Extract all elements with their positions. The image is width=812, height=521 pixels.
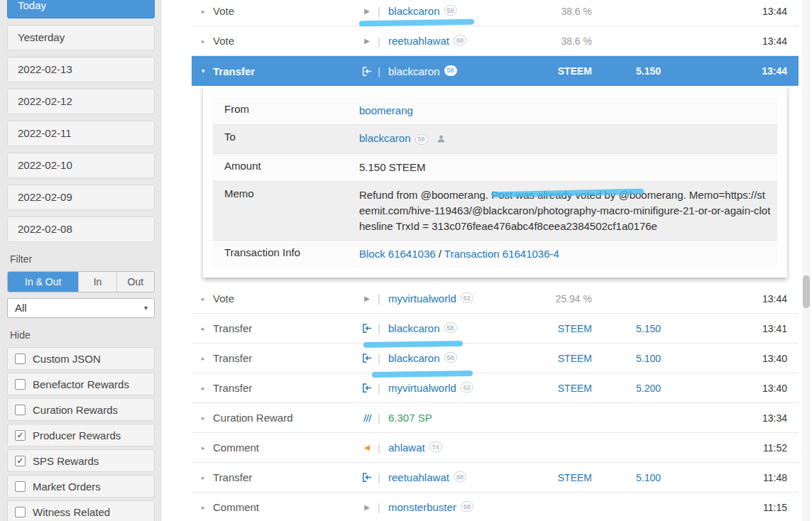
operations-list: Vote | blackcaron58 38.6 % 13:44 Vote | … <box>192 0 799 521</box>
separator: | <box>375 501 383 513</box>
detail-label: From <box>213 97 359 124</box>
scrollbar-thumb[interactable] <box>803 275 810 308</box>
filter-out-button[interactable]: Out <box>117 272 154 292</box>
block-link[interactable]: Block 61641036 <box>359 248 436 260</box>
detail-row-from: From boomerang <box>213 97 777 125</box>
detail-row-transaction-info: Transaction Info Block 61641036 / Transa… <box>213 241 777 268</box>
expand-caret-icon[interactable] <box>202 444 213 451</box>
checkbox-label: Producer Rewards <box>33 429 121 442</box>
separator: | <box>375 35 383 47</box>
operation-row[interactable]: Vote | blackcaron58 38.6 % 13:44 <box>192 0 799 26</box>
operation-row[interactable]: Vote | reetuahlawat68 38.6 % 13:44 <box>192 26 799 56</box>
operation-row[interactable]: Vote | myvirtualworld62 25.94 % 13:44 <box>192 284 799 314</box>
expand-caret-icon[interactable] <box>202 8 213 15</box>
amount-value[interactable]: 5.150 <box>592 65 661 77</box>
separator: | <box>375 292 383 305</box>
vote-percent: 38.6 % <box>539 6 592 17</box>
user-link[interactable]: blackcaron <box>388 352 440 364</box>
operation-row-expanded[interactable]: Transfer | blackcaron58 STEEM 5.150 13:4… <box>192 56 799 86</box>
operation-row[interactable]: Transfer | reetuahlawat68 STEEM 5.100 11… <box>192 463 799 493</box>
token-symbol[interactable]: STEEM <box>539 323 592 334</box>
operation-row[interactable]: Comment | monsterbuster68 11:15 <box>192 493 799 521</box>
hide-option-curation-rewards[interactable]: Curation Rewards <box>7 398 155 421</box>
token-symbol[interactable]: STEEM <box>539 383 592 394</box>
checkbox-icon[interactable] <box>15 379 26 390</box>
sidebar-date-item[interactable]: 2022-02-08 <box>7 216 155 242</box>
amount-value[interactable]: 5.150 <box>592 323 661 334</box>
token-symbol[interactable]: STEEM <box>539 472 592 483</box>
expand-caret-icon[interactable] <box>202 355 213 362</box>
expand-caret-icon[interactable] <box>202 504 213 511</box>
user-link[interactable]: blackcaron <box>388 322 440 334</box>
separator: | <box>375 5 383 17</box>
expand-caret-icon[interactable] <box>202 38 213 45</box>
sidebar-date-yesterday[interactable]: Yesterday <box>7 25 155 50</box>
checkbox-icon[interactable] <box>15 405 26 415</box>
operation-row[interactable]: Transfer | myvirtualworld62 STEEM 5.200 … <box>192 373 799 403</box>
operation-row[interactable]: Transfer | blackcaron58 STEEM 5.100 13:4… <box>192 344 799 373</box>
transaction-link[interactable]: Transaction 61641036-4 <box>444 248 559 260</box>
separator: | <box>375 442 383 454</box>
collapse-caret-icon[interactable] <box>202 67 213 75</box>
checkbox-label: Market Orders <box>33 481 101 493</box>
operation-row[interactable]: Transfer | blackcaron58 STEEM 5.150 13:4… <box>192 314 799 344</box>
operation-type-dropdown[interactable]: All <box>7 298 155 318</box>
operation-type: Vote <box>213 35 358 47</box>
user-link[interactable]: blackcaron <box>388 65 440 77</box>
expand-caret-icon[interactable] <box>202 415 213 422</box>
to-user-link[interactable]: blackcaron <box>359 132 411 144</box>
reputation-badge: 58 <box>444 65 457 76</box>
checkbox-icon[interactable] <box>15 507 26 517</box>
sidebar-date-item[interactable]: 2022-02-10 <box>7 153 155 178</box>
user-link[interactable]: monsterbuster <box>388 501 456 513</box>
operation-time: 13:44 <box>661 293 799 305</box>
separator: | <box>375 322 383 334</box>
expand-caret-icon[interactable] <box>202 295 213 302</box>
from-user-link[interactable]: boomerang <box>359 104 413 116</box>
amount-value[interactable]: 5.100 <box>592 472 661 483</box>
hide-option-witness-related[interactable]: Witness Related <box>7 500 155 521</box>
expand-caret-icon[interactable] <box>202 325 213 332</box>
reward-amount-link[interactable]: 6.307 SP <box>388 412 432 424</box>
detail-row-to: To blackcaron58 <box>213 125 777 154</box>
operation-type: Transfer <box>213 352 358 364</box>
transfer-in-icon <box>358 472 375 483</box>
token-symbol[interactable]: STEEM <box>539 353 592 364</box>
filter-in-and-out-button[interactable]: In & Out <box>8 272 79 292</box>
checkbox-checked-icon[interactable] <box>15 430 26 441</box>
sidebar-date-item[interactable]: 2022-02-09 <box>7 185 155 210</box>
user-link[interactable]: myvirtualworld <box>388 382 456 394</box>
amount-value[interactable]: 5.200 <box>592 383 661 394</box>
user-link[interactable]: blackcaron <box>388 5 440 17</box>
sidebar-date-item[interactable]: 2022-02-13 <box>7 57 155 82</box>
reputation-badge: 68 <box>454 471 466 482</box>
person-icon[interactable] <box>437 132 446 148</box>
user-link[interactable]: ahlawat <box>388 442 425 454</box>
operation-row[interactable]: Curation Reward | 6.307 SP 13:34 <box>192 403 799 433</box>
operation-row[interactable]: Comment | ahlawat74 11:52 <box>192 433 799 463</box>
operation-type: Comment <box>213 501 358 513</box>
checkbox-icon[interactable] <box>15 481 26 492</box>
user-link[interactable]: myvirtualworld <box>388 292 456 305</box>
checkbox-icon[interactable] <box>15 353 26 364</box>
checkbox-label: SPS Rewards <box>33 455 99 467</box>
hide-option-custom-json[interactable]: Custom JSON <box>7 347 155 370</box>
expand-caret-icon[interactable] <box>202 474 213 481</box>
user-link[interactable]: reetuahlawat <box>388 35 449 47</box>
token-symbol[interactable]: STEEM <box>539 65 592 77</box>
amount-value[interactable]: 5.100 <box>592 353 661 364</box>
operation-time: 11:48 <box>661 472 799 483</box>
user-link[interactable]: reetuahlawat <box>388 471 449 483</box>
sidebar-date-item[interactable]: 2022-02-12 <box>7 89 155 114</box>
expand-caret-icon[interactable] <box>202 385 213 392</box>
checkbox-checked-icon[interactable] <box>15 456 26 466</box>
scrollbar-track[interactable] <box>802 0 811 521</box>
hide-option-sps-rewards[interactable]: SPS Rewards <box>7 449 155 472</box>
sidebar-date-item[interactable]: 2022-02-11 <box>7 121 155 146</box>
hide-option-benefactor-rewards[interactable]: Benefactor Rewards <box>7 373 155 395</box>
hide-option-producer-rewards[interactable]: Producer Rewards <box>7 424 155 446</box>
filter-in-button[interactable]: In <box>79 272 116 292</box>
hide-option-market-orders[interactable]: Market Orders <box>7 475 155 498</box>
operation-time: 13:41 <box>661 323 799 334</box>
sidebar-date-today[interactable]: Today <box>7 0 155 18</box>
